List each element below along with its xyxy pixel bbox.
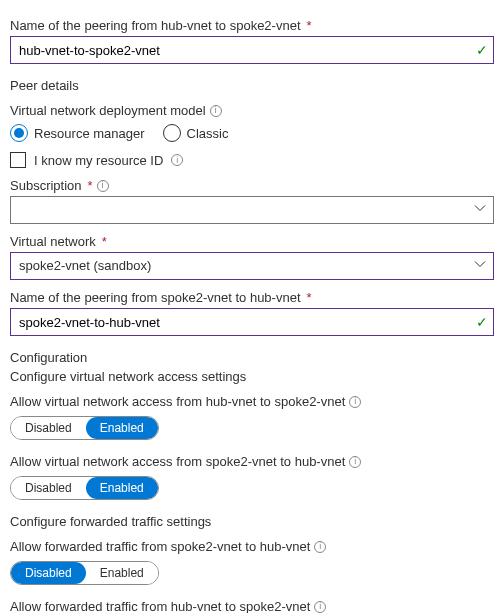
peering-name-2-label: Name of the peering from spoke2-vnet to … [10, 290, 301, 305]
toggle-enabled[interactable]: Enabled [86, 417, 158, 439]
info-icon[interactable]: i [349, 456, 361, 468]
peering-name-1-label: Name of the peering from hub-vnet to spo… [10, 18, 301, 33]
required-asterisk: * [307, 290, 312, 305]
required-asterisk: * [307, 18, 312, 33]
radio-resource-manager[interactable]: Resource manager [10, 124, 145, 142]
vna-section-label: Configure virtual network access setting… [10, 369, 494, 384]
checkmark-icon: ✓ [476, 314, 488, 330]
vna-hub-spoke-label: Allow virtual network access from hub-vn… [10, 394, 345, 409]
peer-details-title: Peer details [10, 78, 494, 93]
info-icon[interactable]: i [171, 154, 183, 166]
info-icon[interactable]: i [314, 541, 326, 553]
toggle-enabled[interactable]: Enabled [86, 562, 158, 584]
toggle-disabled[interactable]: Disabled [11, 417, 86, 439]
virtual-network-label: Virtual network [10, 234, 96, 249]
radio-rm-label: Resource manager [34, 126, 145, 141]
info-icon[interactable]: i [210, 105, 222, 117]
subscription-label: Subscription [10, 178, 82, 193]
checkmark-icon: ✓ [476, 42, 488, 58]
fwd-spoke-hub-label: Allow forwarded traffic from spoke2-vnet… [10, 539, 310, 554]
radio-icon [10, 124, 28, 142]
toggle-enabled[interactable]: Enabled [86, 477, 158, 499]
know-resource-id-label: I know my resource ID [34, 153, 163, 168]
fwd-spoke-hub-toggle[interactable]: Disabled Enabled [10, 561, 159, 585]
fwd-hub-spoke-label: Allow forwarded traffic from hub-vnet to… [10, 599, 310, 613]
vna-spoke-hub-label: Allow virtual network access from spoke2… [10, 454, 345, 469]
required-asterisk: * [88, 178, 93, 193]
know-resource-id-checkbox[interactable] [10, 152, 26, 168]
peering-name-2-input[interactable] [10, 308, 494, 336]
radio-icon [163, 124, 181, 142]
deployment-model-label: Virtual network deployment model [10, 103, 206, 118]
radio-classic[interactable]: Classic [163, 124, 229, 142]
subscription-select[interactable] [10, 196, 494, 224]
radio-classic-label: Classic [187, 126, 229, 141]
fwd-section-label: Configure forwarded traffic settings [10, 514, 494, 529]
toggle-disabled[interactable]: Disabled [11, 477, 86, 499]
peering-name-1-input[interactable] [10, 36, 494, 64]
toggle-disabled[interactable]: Disabled [11, 562, 86, 584]
configuration-title: Configuration [10, 350, 494, 365]
virtual-network-select[interactable]: spoke2-vnet (sandbox) [10, 252, 494, 280]
info-icon[interactable]: i [349, 396, 361, 408]
info-icon[interactable]: i [314, 601, 326, 613]
vna-hub-spoke-toggle[interactable]: Disabled Enabled [10, 416, 159, 440]
info-icon[interactable]: i [97, 180, 109, 192]
required-asterisk: * [102, 234, 107, 249]
vna-spoke-hub-toggle[interactable]: Disabled Enabled [10, 476, 159, 500]
